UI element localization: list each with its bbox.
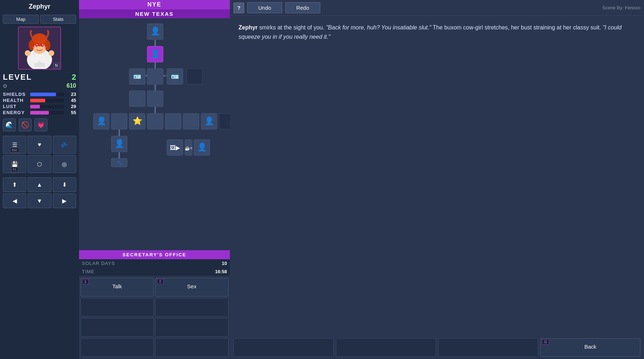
choice-btn-3 <box>155 298 228 317</box>
narrative-text-2: The buxom cow-girl stretches, her bust s… <box>431 24 603 31</box>
svg-rect-34 <box>187 69 203 84</box>
svg-rect-59 <box>119 152 120 159</box>
svg-point-14 <box>30 55 40 63</box>
nav-btn-left[interactable]: ◀ <box>3 194 26 208</box>
map-stats-buttons: Map Stats <box>0 13 79 25</box>
map-grid-area[interactable]: 👤 👤 🪪 🪪 <box>79 18 230 250</box>
action-btn-4[interactable]: ⬡ <box>28 155 51 173</box>
map-svg: 👤 👤 🪪 🪪 <box>79 18 230 191</box>
right-choice-btn-0 <box>233 338 334 357</box>
svg-rect-29 <box>147 69 163 84</box>
g-badge: G <box>542 339 549 345</box>
level-row: LEVEL 2 <box>3 73 76 82</box>
narrative-text-1: smirks at the sight of you. <box>259 24 326 31</box>
svg-rect-30 <box>163 75 166 76</box>
svg-rect-41 <box>111 113 127 129</box>
key-badge-3: F1 <box>11 167 18 172</box>
text-panel: ? Undo Redo Scene By: Fenoxo Zephyr smir… <box>230 0 644 359</box>
svg-rect-46 <box>183 113 199 129</box>
nav-btn-down[interactable]: ▼ <box>28 194 51 208</box>
stat-bar <box>30 93 56 96</box>
stat-value: 23 <box>66 92 76 97</box>
svg-rect-37 <box>147 91 163 107</box>
svg-point-15 <box>39 55 49 63</box>
svg-text:👤: 👤 <box>150 26 161 36</box>
redo-button[interactable]: Redo <box>285 2 320 13</box>
svg-point-6 <box>29 40 34 50</box>
svg-text:👤: 👤 <box>115 139 125 148</box>
stat-bar-container <box>30 93 64 96</box>
solar-days-label: SOLAR DAYS <box>82 261 115 266</box>
action-btn-3[interactable]: 💾F1 <box>3 155 26 173</box>
portrait-n-badge: N <box>53 62 60 68</box>
svg-point-16 <box>25 50 31 56</box>
stat-row-health: HEALTH 45 <box>3 97 76 103</box>
svg-rect-36 <box>129 91 145 107</box>
svg-rect-38 <box>154 107 156 113</box>
char-header: Zephyr <box>0 0 79 13</box>
action-btn-0[interactable]: ☰Esc <box>3 136 26 154</box>
status-icon-2[interactable]: 💗 <box>34 118 47 131</box>
svg-text:👤: 👤 <box>204 116 214 126</box>
stat-bar-container <box>30 111 64 115</box>
choice-btn-7 <box>155 338 228 357</box>
right-choice-btn-3[interactable]: GBack <box>540 338 640 357</box>
nav-btn-export[interactable]: ⬆ <box>3 177 26 192</box>
svg-text:👤: 👤 <box>197 142 207 152</box>
status-icons-row: 🌊🚫💗 <box>0 116 79 134</box>
narrative-text: Zephyr smirks at the sight of you. "Back… <box>230 16 644 336</box>
undo-button[interactable]: Undo <box>247 2 282 13</box>
stat-row-shields: SHIELDS 23 <box>3 91 76 97</box>
stat-bar-container <box>30 105 64 108</box>
key-badge-0: Esc <box>10 148 19 153</box>
stat-label: LUST <box>3 104 28 109</box>
action-btn-1[interactable]: ♥ <box>28 136 51 154</box>
nav-btn-up[interactable]: ▲ <box>28 177 51 192</box>
svg-text:🪪: 🪪 <box>133 73 142 80</box>
map-bottom-label: SECRETARY'S OFFICE <box>79 250 230 259</box>
status-icon-0[interactable]: 🌊 <box>3 118 16 131</box>
svg-point-12 <box>33 46 36 48</box>
status-icon-1[interactable]: 🚫 <box>19 118 32 131</box>
stats-section: SHIELDS 23 HEALTH 45 LUST 29 ENERGY 55 <box>0 90 79 116</box>
svg-rect-35 <box>154 85 156 91</box>
action-btn-5[interactable]: ◎ <box>53 155 76 173</box>
map-sublocation: NEW TEXAS <box>79 9 230 18</box>
credits-value: 610 <box>66 83 76 89</box>
svg-rect-49 <box>219 113 230 129</box>
choice-num-badge: 2 <box>157 279 163 284</box>
svg-text:👤: 👤 <box>97 116 107 126</box>
choice-btn-0[interactable]: 1Talk <box>80 278 154 297</box>
stat-bar <box>30 99 45 102</box>
time-label: TIME <box>82 269 94 274</box>
map-panel: NYE NEW TEXAS 👤 👤 🪪 <box>79 0 230 359</box>
svg-point-13 <box>43 46 46 48</box>
stat-bar <box>30 111 49 115</box>
svg-rect-24 <box>154 62 156 69</box>
narrative-italic-1: "Back for more, huh? You insatiable slut… <box>326 24 431 31</box>
svg-point-10 <box>37 45 38 46</box>
choice-num-badge: 1 <box>82 279 89 284</box>
svg-rect-44 <box>147 113 163 129</box>
choice-btn-1[interactable]: 2Sex <box>155 278 228 297</box>
nav-btn-right[interactable]: ▶ <box>53 194 76 208</box>
stats-button[interactable]: Stats <box>40 15 76 24</box>
nav-btn-import[interactable]: ⬇ <box>53 177 76 192</box>
left-panel: Zephyr Map Stats <box>0 0 79 359</box>
choice-btn-6 <box>80 338 154 357</box>
stat-row-energy: ENERGY 55 <box>3 109 76 116</box>
portrait-area: N <box>0 25 79 71</box>
choice-btn-4 <box>80 318 154 337</box>
action-btn-2[interactable]: 💤 <box>53 136 76 154</box>
time-value: 16:58 <box>215 269 227 274</box>
stat-value: 55 <box>66 110 76 115</box>
svg-rect-50 <box>119 130 120 136</box>
choice-btn-5 <box>155 318 228 337</box>
svg-text:⭐: ⭐ <box>133 116 143 126</box>
level-label: LEVEL <box>3 73 32 82</box>
svg-text:🐾: 🐾 <box>117 160 122 165</box>
right-choices-area: GBack <box>230 336 644 359</box>
map-button[interactable]: Map <box>3 15 39 24</box>
credits-icon: ⊙ <box>3 83 7 89</box>
help-button[interactable]: ? <box>233 3 244 13</box>
